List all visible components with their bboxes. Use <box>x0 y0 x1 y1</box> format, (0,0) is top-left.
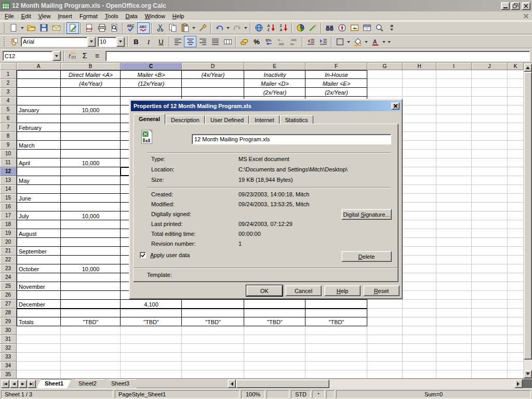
scroll-right-button[interactable] <box>514 379 523 388</box>
cell-B23[interactable]: 10,000 <box>61 265 120 273</box>
scroll-left-button[interactable] <box>228 379 236 388</box>
column-header-F[interactable]: F <box>305 63 367 70</box>
cell-A17[interactable]: July <box>17 212 60 220</box>
cut-button[interactable] <box>154 22 166 34</box>
last-sheet-button[interactable]: ▶| <box>28 380 36 388</box>
dialog-tab-user-defined[interactable]: User Defined <box>205 115 249 124</box>
format-paintbrush-button[interactable] <box>196 22 209 34</box>
next-sheet-button[interactable]: ▶ <box>19 380 27 388</box>
horizontal-scrollbar[interactable] <box>228 379 532 388</box>
merge-cells-button[interactable] <box>221 36 234 47</box>
currency-percent-button[interactable]: $% <box>263 36 275 47</box>
row-header-24[interactable]: 24 <box>0 273 17 282</box>
row-header-20[interactable]: 20 <box>0 238 17 247</box>
first-sheet-button[interactable]: |◀ <box>1 380 9 388</box>
column-header-C[interactable]: C <box>121 63 182 70</box>
status-zoom[interactable]: 100% <box>241 390 265 398</box>
decrease-indent-button[interactable] <box>304 36 317 47</box>
column-header-A[interactable]: A <box>17 63 61 70</box>
background-color-button[interactable] <box>351 36 364 47</box>
row-header-32[interactable]: 32 <box>0 344 17 353</box>
minimize-button[interactable] <box>501 2 510 10</box>
row-header-21[interactable]: 21 <box>0 247 17 256</box>
font-size-input[interactable] <box>98 37 116 47</box>
column-header-I[interactable]: I <box>436 63 472 70</box>
cell-B11[interactable]: 10,000 <box>61 159 120 167</box>
font-name-input[interactable] <box>21 37 87 47</box>
close-button[interactable] <box>522 2 530 10</box>
redo-button[interactable] <box>231 22 243 34</box>
dialog-close-button[interactable] <box>391 102 400 110</box>
row-header-28[interactable]: 28 <box>0 309 17 317</box>
dialog-tab-general[interactable]: General <box>134 114 165 124</box>
new-document-button[interactable] <box>7 22 20 34</box>
font-name-dropdown-icon[interactable] <box>87 37 96 47</box>
redo-dropdown-arrow-icon[interactable] <box>243 22 248 34</box>
insert-chart-button[interactable] <box>294 22 307 34</box>
cell-reference-dropdown-icon[interactable] <box>52 51 61 61</box>
undo-dropdown-arrow-icon[interactable] <box>225 22 231 34</box>
edit-file-button[interactable] <box>66 22 79 34</box>
row-header-9[interactable]: 9 <box>0 141 17 150</box>
menu-data[interactable]: Data <box>122 12 141 20</box>
horizontal-scroll-thumb[interactable] <box>236 379 329 388</box>
cell-A7[interactable]: February <box>17 124 60 132</box>
row-header-34[interactable]: 34 <box>0 362 17 370</box>
menu-help[interactable]: Help <box>169 12 188 20</box>
draw-functions-button[interactable] <box>307 22 319 34</box>
cell-C27[interactable]: 4,100 <box>121 300 181 309</box>
row-header-15[interactable]: 15 <box>0 194 17 203</box>
row-header-3[interactable]: 3 <box>0 88 17 97</box>
column-header-H[interactable]: H <box>403 63 436 70</box>
new-document-dropdown-arrow-icon[interactable] <box>20 22 25 34</box>
row-header-2[interactable]: 2 <box>0 79 17 88</box>
row-header-10[interactable]: 10 <box>0 150 17 158</box>
equals-button[interactable]: = <box>91 50 103 62</box>
column-header-K[interactable]: K <box>508 63 524 70</box>
row-header-11[interactable]: 11 <box>0 158 17 167</box>
styles-button[interactable] <box>7 36 20 47</box>
formula-input-line[interactable] <box>105 51 530 61</box>
font-size-combo[interactable] <box>98 37 125 47</box>
row-header-29[interactable]: 29 <box>0 317 17 326</box>
cell-A21[interactable]: September <box>17 247 60 256</box>
row-header-33[interactable]: 33 <box>0 353 17 362</box>
cell-A5[interactable]: January <box>17 106 60 114</box>
underline-button[interactable]: U <box>155 36 167 47</box>
cell-C2[interactable]: (12x/Year) <box>121 79 181 88</box>
cell-B29[interactable]: "TBD" <box>61 318 120 326</box>
row-header-23[interactable]: 23 <box>0 264 17 273</box>
cell-D1[interactable]: (4x/Year) <box>182 71 244 79</box>
navigator-button[interactable] <box>336 22 348 34</box>
dialog-tab-internet[interactable]: Internet <box>249 115 279 124</box>
zoom-button[interactable] <box>373 22 385 34</box>
cell-E29[interactable]: "TBD" <box>245 318 305 326</box>
page-preview-button[interactable] <box>108 22 121 34</box>
menu-edit[interactable]: Edit <box>18 12 35 20</box>
find-replace-button[interactable] <box>323 22 336 34</box>
status-sum[interactable]: Sum=0 <box>336 390 531 398</box>
row-header-16[interactable]: 16 <box>0 203 17 211</box>
delete-button[interactable]: Delete <box>341 251 392 262</box>
cell-A9[interactable]: March <box>17 141 60 150</box>
row-header-4[interactable]: 4 <box>0 97 17 105</box>
row-header-30[interactable]: 30 <box>0 326 17 335</box>
row-header-26[interactable]: 26 <box>0 291 17 300</box>
cell-A27[interactable]: December <box>17 300 60 309</box>
previous-sheet-button[interactable]: ◀ <box>10 380 18 388</box>
export-pdf-button[interactable]: PDF <box>83 22 96 34</box>
cell-B1[interactable]: Direct Mailer <A> <box>61 71 120 79</box>
toolbar-grip[interactable] <box>3 23 6 33</box>
row-header-25[interactable]: 25 <box>0 282 17 291</box>
cell-B5[interactable]: 10,000 <box>61 106 120 114</box>
font-size-dropdown-icon[interactable] <box>116 37 125 47</box>
apply-user-data-checkbox[interactable] <box>140 252 146 258</box>
row-header-12[interactable]: 12 <box>0 167 17 176</box>
cell-A15[interactable]: June <box>17 194 60 203</box>
sheet-tab-sheet1[interactable]: Sheet1 <box>37 379 71 388</box>
help-button[interactable]: Help <box>324 285 361 296</box>
spellcheck-button[interactable]: ABC <box>125 22 137 34</box>
background-color-dropdown-arrow-icon[interactable] <box>364 36 369 47</box>
row-header-19[interactable]: 19 <box>0 229 17 238</box>
font-color-dropdown-arrow-icon[interactable] <box>381 36 387 47</box>
